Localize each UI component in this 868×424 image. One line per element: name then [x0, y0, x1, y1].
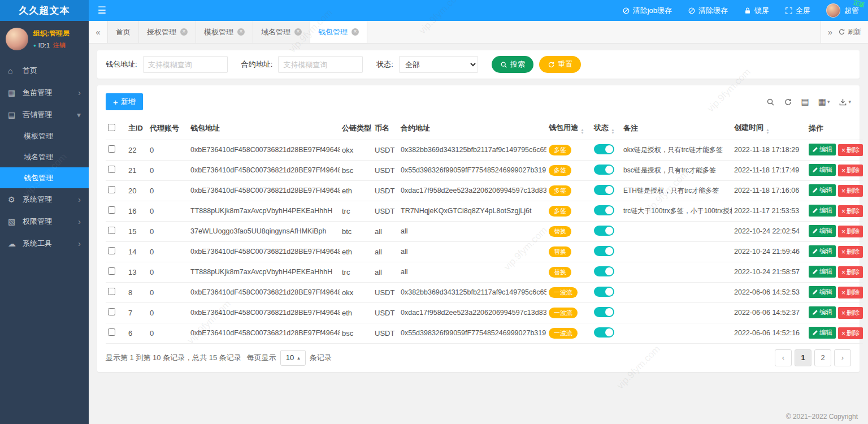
status-toggle[interactable]	[594, 144, 614, 154]
tab-domain-manage[interactable]: 域名管理 ×	[253, 21, 310, 43]
status-toggle[interactable]	[594, 205, 614, 215]
sidebar-item-system-tools[interactable]: ☁ 系统工具 ›	[0, 232, 89, 254]
cell-id: 15	[126, 221, 147, 241]
edit-button[interactable]: 编辑	[809, 144, 836, 155]
wallet-purpose-badge: 替换	[549, 267, 571, 278]
tabs-scroll-left-icon[interactable]: «	[89, 21, 108, 43]
edit-button[interactable]: 编辑	[809, 205, 836, 217]
sidebar-item-wallet-manage[interactable]: 钱包管理	[0, 167, 89, 188]
row-checkbox[interactable]	[108, 227, 115, 234]
delete-button[interactable]: ×删除	[838, 226, 863, 237]
column-header-created[interactable]: 创建时间▲▼	[732, 117, 806, 140]
tab-auth-manage[interactable]: 授权管理 ×	[139, 21, 196, 43]
row-checkbox[interactable]	[108, 267, 115, 275]
row-checkbox[interactable]	[108, 328, 115, 336]
status-toggle[interactable]	[594, 266, 614, 276]
edit-button[interactable]: 编辑	[809, 266, 836, 278]
cell-created-time: 2022-10-24 21:58:57	[732, 262, 806, 282]
status-dot-icon: ●	[33, 43, 36, 48]
status-toggle[interactable]	[594, 246, 614, 256]
columns-toggle-icon[interactable]: ▦ ▾	[818, 97, 830, 107]
status-select[interactable]: 全部	[399, 56, 478, 73]
reset-button[interactable]: 重置	[539, 56, 581, 73]
sidebar-item-fishery[interactable]: ▦ 鱼苗管理 ›	[0, 81, 89, 103]
close-icon[interactable]: ×	[180, 28, 188, 36]
export-icon[interactable]: ▾	[839, 98, 851, 106]
status-toggle[interactable]	[594, 226, 614, 236]
column-header-purpose[interactable]: 钱包用途▲▼	[546, 117, 592, 140]
close-icon[interactable]: ×	[351, 28, 359, 36]
pencil-icon	[812, 167, 818, 173]
wallet-address-input[interactable]	[143, 56, 228, 73]
status-toggle[interactable]	[594, 327, 614, 338]
edit-button[interactable]: 编辑	[809, 327, 836, 339]
delete-button[interactable]: ×删除	[838, 327, 863, 339]
tab-home[interactable]: 首页	[108, 21, 139, 43]
clear-job-cache-button[interactable]: 清除job缓存	[615, 0, 679, 21]
search-button[interactable]: 搜索	[492, 56, 533, 73]
fullscreen-button[interactable]: 全屏	[778, 0, 817, 21]
card-view-icon[interactable]: ▤	[801, 97, 809, 107]
tab-wallet-manage[interactable]: 钱包管理 ×	[310, 21, 367, 43]
row-checkbox[interactable]	[108, 288, 115, 295]
delete-button[interactable]: ×删除	[838, 165, 863, 176]
row-checkbox[interactable]	[108, 308, 115, 315]
prev-page-button[interactable]: ‹	[775, 349, 792, 366]
column-header-status[interactable]: 状态▲▼	[592, 117, 621, 140]
cell-remark	[621, 221, 732, 241]
page-size-select[interactable]: 10 ▴	[280, 350, 306, 366]
delete-button[interactable]: ×删除	[838, 287, 863, 298]
edit-button[interactable]: 编辑	[809, 245, 836, 257]
delete-button[interactable]: ×删除	[838, 246, 863, 258]
table-search-icon[interactable]	[766, 98, 775, 106]
sidebar-item-marketing[interactable]: ▤ 营销管理 ▾	[0, 103, 89, 126]
contract-address-input[interactable]	[278, 56, 363, 73]
delete-button[interactable]: ×删除	[838, 307, 863, 319]
delete-button[interactable]: ×删除	[838, 185, 863, 197]
table-refresh-icon[interactable]	[784, 98, 792, 106]
page-button-1[interactable]: 1	[795, 349, 811, 366]
sidebar-item-home[interactable]: ⌂ 首页	[0, 59, 89, 81]
status-toggle[interactable]	[594, 165, 614, 175]
sort-icon[interactable]: ▲▼	[766, 128, 770, 134]
user-menu[interactable]: 正版 超管	[819, 0, 862, 21]
row-checkbox[interactable]	[108, 145, 115, 153]
status-toggle[interactable]	[594, 307, 614, 317]
edit-button[interactable]: 编辑	[809, 286, 836, 298]
logout-link[interactable]: 注销	[53, 41, 66, 50]
status-toggle[interactable]	[594, 287, 614, 297]
sidebar-item-permission-manage[interactable]: ▧ 权限管理 ›	[0, 210, 89, 232]
app-logo[interactable]: 久久超文本	[0, 0, 89, 21]
close-icon[interactable]: ×	[237, 28, 245, 36]
edit-button[interactable]: 编辑	[809, 184, 836, 196]
sidebar-item-template-manage[interactable]: 模板管理	[0, 126, 89, 146]
row-checkbox[interactable]	[108, 166, 115, 173]
hamburger-menu-icon[interactable]: ☰	[89, 0, 115, 21]
row-checkbox[interactable]	[108, 247, 115, 254]
page-button-2[interactable]: 2	[814, 349, 831, 366]
clear-cache-button[interactable]: 清除缓存	[681, 0, 735, 21]
lock-screen-button[interactable]: 锁屏	[737, 0, 776, 21]
refresh-tab-button[interactable]: 刷新	[838, 27, 861, 37]
next-page-button[interactable]: ›	[834, 349, 851, 366]
user-avatar[interactable]	[6, 28, 28, 50]
sidebar-item-domain-manage[interactable]: 域名管理	[0, 146, 89, 167]
row-checkbox[interactable]	[108, 206, 115, 214]
tab-template-manage[interactable]: 模板管理 ×	[196, 21, 253, 43]
delete-button[interactable]: ×删除	[838, 205, 863, 217]
edit-button[interactable]: 编辑	[809, 164, 836, 176]
close-icon: ×	[841, 228, 845, 235]
sort-icon[interactable]: ▲▼	[580, 128, 584, 134]
row-checkbox[interactable]	[108, 186, 115, 193]
select-all-checkbox[interactable]	[108, 124, 115, 131]
edit-button[interactable]: 编辑	[809, 306, 836, 318]
status-toggle[interactable]	[594, 185, 614, 195]
sidebar-item-system-manage[interactable]: ⚙ 系统管理 ›	[0, 188, 89, 210]
add-button[interactable]: + 新增	[106, 93, 143, 110]
delete-button[interactable]: ×删除	[838, 144, 863, 156]
tabs-scroll-right-icon[interactable]: »	[828, 27, 832, 37]
delete-button[interactable]: ×删除	[838, 266, 863, 278]
close-icon[interactable]: ×	[294, 28, 302, 36]
sort-icon[interactable]: ▲▼	[611, 128, 615, 134]
edit-button[interactable]: 编辑	[809, 225, 836, 237]
